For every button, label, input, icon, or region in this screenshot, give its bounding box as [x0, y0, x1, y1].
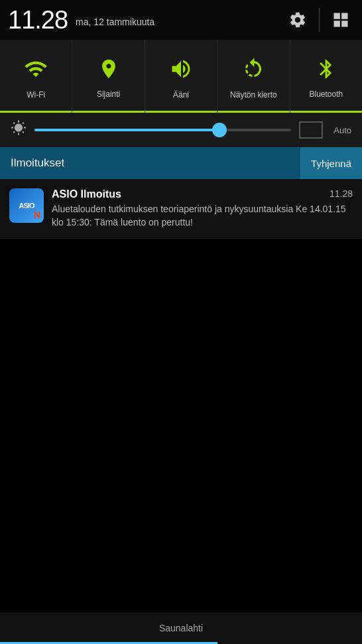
location-underline	[72, 111, 144, 113]
toggle-sound[interactable]: Ääni	[145, 40, 217, 113]
wifi-underline	[0, 111, 72, 113]
location-label: Sijainti	[97, 90, 120, 99]
app-icon: ASIO N	[9, 188, 44, 223]
notification-app-name: ASIO Ilmoitus	[52, 188, 121, 200]
wifi-label: Wi-Fi	[27, 90, 45, 99]
notification-content: ASIO Ilmoitus 11.28 Aluetalouden tutkimu…	[52, 188, 353, 229]
rotation-underline	[217, 111, 289, 113]
sound-icon	[169, 57, 193, 86]
status-bar: 11.28 ma, 12 tammikuuta	[0, 0, 362, 40]
notifications-title: Ilmoitukset	[0, 157, 300, 170]
status-time: 11.28	[8, 6, 68, 34]
toggle-bluetooth[interactable]: Bluetooth	[290, 40, 362, 113]
status-divider	[319, 8, 320, 32]
brightness-auto-checkbox[interactable]	[299, 121, 323, 139]
app-icon-subtext: N	[34, 210, 40, 220]
sound-underline	[145, 111, 217, 113]
status-date: ma, 12 tammikuuta	[76, 17, 154, 27]
brightness-icon	[11, 120, 27, 140]
notification-time: 11.28	[330, 188, 353, 199]
quick-toggles: Wi-Fi Sijainti Ääni Näytön kierto	[0, 40, 362, 113]
settings-icon[interactable]	[284, 7, 311, 33]
brightness-thumb	[212, 123, 227, 137]
wifi-icon	[24, 57, 48, 86]
notification-top-row: ASIO Ilmoitus 11.28	[52, 188, 353, 200]
notification-card[interactable]: ASIO N ASIO Ilmoitus 11.28 Aluetalouden …	[0, 179, 362, 239]
brightness-fill	[34, 129, 219, 131]
sound-label: Ääni	[173, 90, 189, 99]
bluetooth-underline	[290, 111, 362, 113]
status-icons	[284, 7, 354, 33]
bottom-bar: Saunalahti	[0, 612, 362, 644]
rotation-icon	[241, 57, 265, 86]
toggle-wifi[interactable]: Wi-Fi	[0, 40, 72, 113]
notification-body: Aluetalouden tutkimuksen teoriaperintö j…	[52, 203, 353, 229]
brightness-bar: Auto	[0, 113, 362, 147]
grid-icon[interactable]	[328, 7, 354, 33]
rotation-label: Näytön kierto	[230, 90, 277, 99]
app-icon-text: ASIO	[19, 202, 34, 210]
location-icon	[97, 58, 120, 86]
brightness-auto-label: Auto	[333, 125, 351, 135]
bluetooth-label: Bluetooth	[309, 90, 343, 99]
brightness-slider[interactable]	[34, 123, 291, 137]
carrier-label: Saunalahti	[159, 623, 203, 633]
empty-area	[0, 239, 362, 524]
clear-notifications-button[interactable]: Tyhjennä	[300, 147, 362, 179]
bluetooth-icon	[315, 58, 337, 86]
toggle-location[interactable]: Sijainti	[72, 40, 145, 113]
toggle-rotation[interactable]: Näytön kierto	[217, 40, 290, 113]
brightness-track	[34, 129, 291, 131]
notification-header: Ilmoitukset Tyhjennä	[0, 147, 362, 179]
